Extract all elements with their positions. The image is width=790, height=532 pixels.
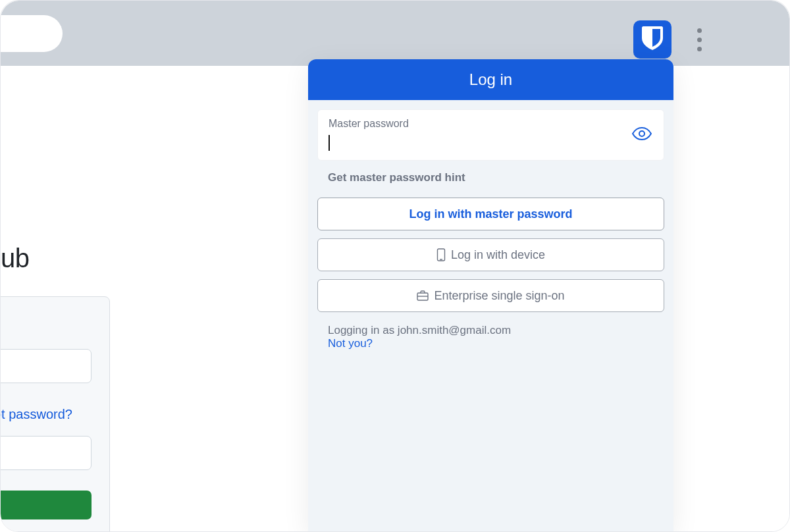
eye-icon xyxy=(632,131,652,142)
enterprise-sso-label: Enterprise single sign-on xyxy=(434,289,564,303)
master-password-field[interactable]: Master password xyxy=(317,109,664,161)
page-sign-in-button[interactable] xyxy=(0,491,92,519)
popup-body: Master password Get master password hint… xyxy=(308,100,673,363)
login-with-device-label: Log in with device xyxy=(451,248,545,262)
briefcase-icon xyxy=(417,290,429,301)
svg-point-0 xyxy=(639,131,645,136)
mobile-device-icon xyxy=(436,248,446,261)
logging-in-as-block: Logging in as john.smith@gmail.com Not y… xyxy=(317,320,664,354)
page-forgot-password-link[interactable]: ot password? xyxy=(0,407,72,422)
logging-in-as-text: Logging in as john.smith@gmail.com xyxy=(328,324,654,337)
svg-rect-1 xyxy=(437,249,444,261)
page-password-input[interactable] xyxy=(0,436,92,470)
enterprise-sso-button[interactable]: Enterprise single sign-on xyxy=(317,279,664,312)
omnibox-fragment[interactable] xyxy=(1,15,63,52)
page-username-input[interactable] xyxy=(0,349,92,383)
bitwarden-shield-icon xyxy=(641,25,664,54)
login-with-master-password-button[interactable]: Log in with master password xyxy=(317,198,664,230)
kebab-dot-icon xyxy=(697,38,702,42)
not-you-link[interactable]: Not you? xyxy=(328,337,654,350)
page-heading-fragment: ub xyxy=(1,244,30,273)
popup-title: Log in xyxy=(469,70,512,89)
toggle-password-visibility-button[interactable] xyxy=(632,127,652,143)
bitwarden-login-popup: Log in Master password Get master passwo… xyxy=(308,59,673,532)
popup-header: Log in xyxy=(308,59,673,100)
get-master-password-hint-link[interactable]: Get master password hint xyxy=(317,161,664,198)
kebab-dot-icon xyxy=(697,47,702,51)
browser-chrome-bar xyxy=(1,1,789,66)
login-with-master-password-label: Log in with master password xyxy=(409,207,572,221)
browser-viewport: ub ot password? Log in Master pa xyxy=(0,0,790,532)
kebab-dot-icon xyxy=(697,28,702,33)
text-cursor xyxy=(329,135,330,151)
login-with-device-button[interactable]: Log in with device xyxy=(317,238,664,271)
master-password-label: Master password xyxy=(329,118,653,130)
bitwarden-extension-button[interactable] xyxy=(633,20,672,59)
browser-menu-button[interactable] xyxy=(689,20,710,59)
